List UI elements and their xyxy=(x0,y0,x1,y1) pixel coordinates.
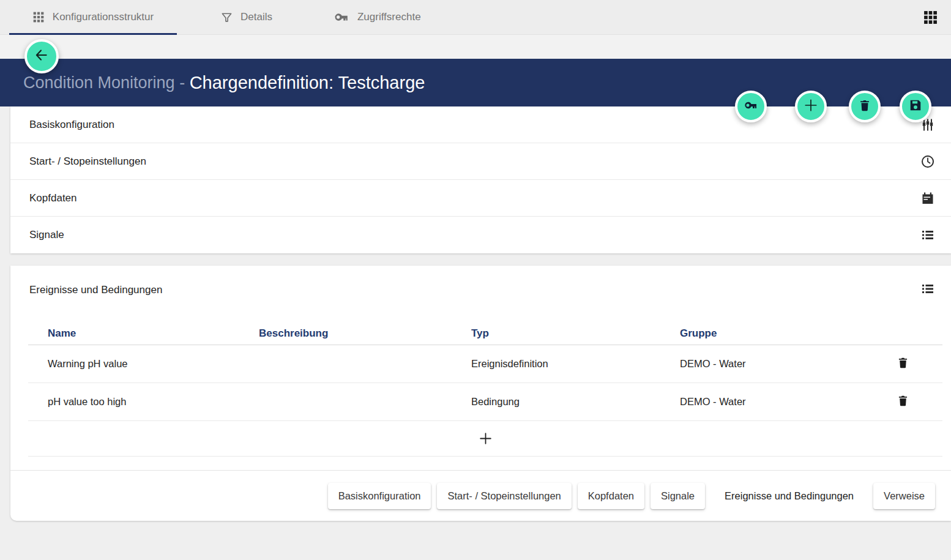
section-row-kopfdaten[interactable]: Kopfdaten xyxy=(10,180,951,217)
footer-button-verweise[interactable]: Verweise xyxy=(873,483,935,509)
tab-label: Details xyxy=(241,11,272,23)
table-row[interactable]: pH value too high Bedingung DEMO - Water xyxy=(28,383,942,421)
tab-konfigurationsstruktur[interactable]: Konfigurationsstruktur xyxy=(9,0,177,34)
section-label: Basiskonfiguration xyxy=(29,119,920,131)
cell-gruppe: DEMO - Water xyxy=(660,358,862,370)
footer-gap xyxy=(10,457,951,470)
cell-name: Warning pH value xyxy=(28,358,239,370)
clock-icon xyxy=(920,154,935,169)
row-delete-button[interactable] xyxy=(897,356,909,371)
cell-typ: Ereignisdefinition xyxy=(452,358,660,370)
footer-button-basiskonfiguration[interactable]: Basiskonfiguration xyxy=(328,483,431,509)
list-icon xyxy=(920,282,935,299)
back-button[interactable] xyxy=(24,39,59,73)
section-row-start-stop[interactable]: Start- / Stopeinstellungen xyxy=(10,143,951,180)
column-header-typ: Typ xyxy=(452,327,660,340)
list-icon xyxy=(920,228,935,242)
tab-label: Zugriffsrechte xyxy=(357,11,421,23)
tabbar-spacer xyxy=(427,0,913,34)
header-gap-strip xyxy=(0,35,951,59)
filter-icon xyxy=(221,12,233,23)
page-title-prefix: Condition Monitoring - xyxy=(23,73,190,92)
grid-icon xyxy=(32,11,45,23)
events-card: Ereignisse und Bedingungen Name Beschrei… xyxy=(10,266,951,521)
tab-zugriffsrechte[interactable]: Zugriffsrechte xyxy=(327,0,427,34)
plus-icon xyxy=(478,431,493,446)
column-header-name: Name xyxy=(28,327,239,340)
add-button[interactable] xyxy=(795,91,827,122)
events-table: Name Beschreibung Typ Gruppe Warning pH … xyxy=(28,322,942,457)
events-section-header[interactable]: Ereignisse und Bedingungen xyxy=(10,266,951,305)
footer-button-start-stop[interactable]: Start- / Stopeinstellungen xyxy=(437,483,571,509)
table-row[interactable]: Warning pH value Ereignisdefinition DEMO… xyxy=(28,345,942,383)
section-label: Signale xyxy=(29,229,920,241)
delete-button[interactable] xyxy=(849,91,881,122)
tab-details[interactable]: Details xyxy=(215,0,278,34)
save-icon xyxy=(909,99,922,114)
events-section-title: Ereignisse und Bedingungen xyxy=(29,284,920,296)
section-nav-footer: Basiskonfiguration Start- / Stopeinstell… xyxy=(10,470,951,521)
section-label: Start- / Stopeinstellungen xyxy=(29,155,920,168)
save-button[interactable] xyxy=(900,91,931,122)
row-delete-button[interactable] xyxy=(897,394,909,409)
section-row-signale[interactable]: Signale xyxy=(10,217,951,253)
footer-button-ereignisse-und-bedingungen[interactable]: Ereignisse und Bedingungen xyxy=(711,483,867,509)
events-table-header-row: Name Beschreibung Typ Gruppe xyxy=(28,322,942,345)
plus-icon xyxy=(803,97,819,116)
footer-button-kopfdaten[interactable]: Kopfdaten xyxy=(578,483,644,509)
key-icon xyxy=(334,9,349,25)
app-window: Konfigurationsstruktur Details Zugriffsr… xyxy=(0,0,951,560)
add-row-button[interactable] xyxy=(28,421,942,457)
apps-grid-icon[interactable] xyxy=(913,0,947,34)
arrow-left-icon xyxy=(34,47,50,65)
column-header-gruppe: Gruppe xyxy=(660,327,862,340)
trash-icon xyxy=(897,394,909,409)
cell-name: pH value too high xyxy=(28,396,239,408)
page-title: Chargendefinition: Testcharge xyxy=(190,73,425,93)
column-header-beschreibung: Beschreibung xyxy=(239,327,452,340)
tab-label: Konfigurationsstruktur xyxy=(53,11,154,23)
bottom-strip xyxy=(0,521,951,528)
trash-icon xyxy=(897,356,909,371)
cell-gruppe: DEMO - Water xyxy=(660,396,862,408)
section-label: Kopfdaten xyxy=(29,192,920,204)
footer-button-signale[interactable]: Signale xyxy=(651,483,705,509)
permissions-button[interactable] xyxy=(735,91,767,122)
top-tab-bar: Konfigurationsstruktur Details Zugriffsr… xyxy=(0,0,951,35)
trash-icon xyxy=(858,99,871,114)
card-gap xyxy=(0,253,951,266)
key-icon xyxy=(744,98,758,115)
calendar-icon xyxy=(920,191,935,206)
config-sections-card: Basiskonfiguration Start- / Stopeinstell… xyxy=(10,106,951,253)
cell-typ: Bedingung xyxy=(452,396,660,408)
